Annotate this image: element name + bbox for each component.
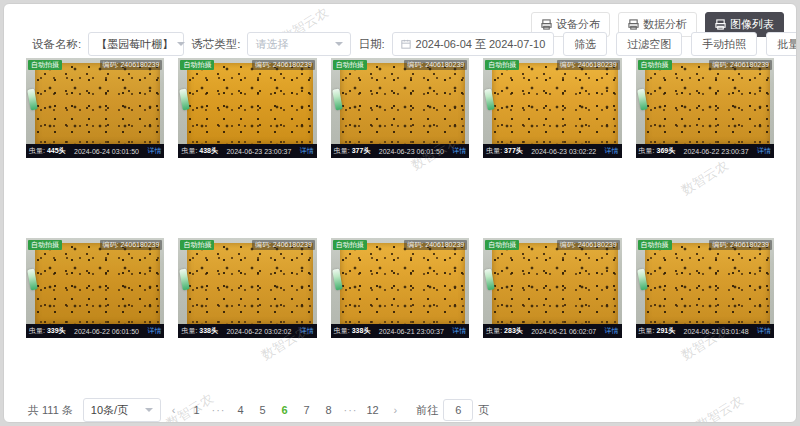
device-code-badge: 编码: 2406180239 bbox=[404, 60, 467, 70]
insect-count-value: 338头 bbox=[199, 327, 218, 334]
trap-image-card[interactable]: 自动拍摄 编码: 2406180239 虫量: 291头 2024-06-21 … bbox=[636, 238, 774, 338]
device-code-badge: 编码: 2406180239 bbox=[252, 240, 315, 250]
page-number[interactable]: ··· bbox=[209, 401, 229, 419]
detail-link[interactable]: 详情 bbox=[452, 326, 466, 336]
manual-capture-button[interactable]: 手动拍照 bbox=[691, 32, 757, 56]
page-size-value: 10条/页 bbox=[91, 403, 128, 418]
trap-photo[interactable]: 自动拍摄 编码: 2406180239 bbox=[483, 58, 621, 144]
view-button-label: 设备分布 bbox=[556, 17, 600, 32]
insect-count-label: 虫量: bbox=[181, 327, 197, 334]
auto-capture-badge: 自动拍摄 bbox=[638, 60, 672, 70]
chevron-down-icon bbox=[177, 42, 185, 46]
device-select[interactable]: 【墨园莓叶棚】 bbox=[88, 32, 184, 56]
card-caption: 虫量: 338头 2024-06-22 03:02:02 详情 bbox=[178, 324, 316, 338]
date-label: 日期: bbox=[358, 37, 384, 52]
device-code-badge: 编码: 2406180239 bbox=[709, 60, 772, 70]
insect-count: 虫量: 445头 bbox=[29, 146, 66, 156]
sticky-board bbox=[645, 63, 770, 144]
page-number[interactable]: 6 bbox=[275, 401, 295, 419]
trap-image-card[interactable]: 自动拍摄 编码: 2406180239 虫量: 377头 2024-06-23 … bbox=[483, 58, 621, 158]
sticky-board bbox=[340, 63, 465, 144]
auto-capture-badge: 自动拍摄 bbox=[180, 60, 214, 70]
sticky-board bbox=[492, 63, 617, 144]
trap-photo[interactable]: 自动拍摄 编码: 2406180239 bbox=[636, 58, 774, 144]
trap-photo[interactable]: 自动拍摄 编码: 2406180239 bbox=[178, 238, 316, 324]
prev-page-button[interactable]: ‹ bbox=[167, 404, 181, 416]
trap-image-card[interactable]: 自动拍摄 编码: 2406180239 虫量: 377头 2024-06-23 … bbox=[331, 58, 469, 158]
device-code-badge: 编码: 2406180239 bbox=[252, 60, 315, 70]
capture-time: 2024-06-23 23:00:37 bbox=[226, 148, 291, 155]
card-caption: 虫量: 369头 2024-06-22 23:00:37 详情 bbox=[636, 144, 774, 158]
insect-count-value: 283头 bbox=[504, 327, 523, 334]
detail-link[interactable]: 详情 bbox=[452, 146, 466, 156]
trap-image-card[interactable]: 自动拍摄 编码: 2406180239 虫量: 339头 2024-06-22 … bbox=[26, 238, 164, 338]
batch-recognize-button[interactable]: 批量识别 bbox=[766, 32, 797, 56]
page-number[interactable]: ··· bbox=[341, 401, 361, 419]
calendar-icon bbox=[401, 39, 411, 49]
detail-link[interactable]: 详情 bbox=[757, 326, 771, 336]
page-number[interactable]: 4 bbox=[231, 401, 251, 419]
capture-time: 2024-06-22 03:02:02 bbox=[226, 328, 291, 335]
lure-select[interactable]: 请选择 bbox=[247, 32, 351, 56]
main-panel: 数智云农 数智云农 数智云农 数智云农 数智云农 数智云农 数智云农 设备分布 … bbox=[3, 3, 797, 423]
image-grid: 自动拍摄 编码: 2406180239 虫量: 445头 2024-06-24 … bbox=[26, 58, 774, 338]
detail-link[interactable]: 详情 bbox=[605, 146, 619, 156]
sticky-board bbox=[35, 63, 160, 144]
pagination: 共 111 条 10条/页 ‹ 1 ··· 4 5 6 7 8 ··· bbox=[28, 398, 796, 422]
trap-image-card[interactable]: 自动拍摄 编码: 2406180239 虫量: 438头 2024-06-23 … bbox=[178, 58, 316, 158]
trap-photo[interactable]: 自动拍摄 编码: 2406180239 bbox=[178, 58, 316, 144]
auto-capture-badge: 自动拍摄 bbox=[333, 240, 367, 250]
insect-count-value: 338头 bbox=[352, 327, 371, 334]
capture-time: 2024-06-22 06:01:50 bbox=[74, 328, 139, 335]
detail-link[interactable]: 详情 bbox=[300, 146, 314, 156]
insect-count: 虫量: 369头 bbox=[639, 146, 676, 156]
detail-link[interactable]: 详情 bbox=[605, 326, 619, 336]
detail-link[interactable]: 详情 bbox=[147, 326, 161, 336]
trap-photo[interactable]: 自动拍摄 编码: 2406180239 bbox=[26, 238, 164, 324]
insect-count-label: 虫量: bbox=[486, 327, 502, 334]
jump-page-input[interactable] bbox=[443, 399, 473, 421]
lure-type-label: 诱芯类型: bbox=[191, 37, 240, 52]
filter-bar: 设备名称: 【墨园莓叶棚】 诱芯类型: 请选择 日期: 2024-06-04 至… bbox=[32, 32, 797, 56]
detail-link[interactable]: 详情 bbox=[147, 146, 161, 156]
trap-photo[interactable]: 自动拍摄 编码: 2406180239 bbox=[636, 238, 774, 324]
trap-photo[interactable]: 自动拍摄 编码: 2406180239 bbox=[331, 238, 469, 324]
trap-image-card[interactable]: 自动拍摄 编码: 2406180239 虫量: 445头 2024-06-24 … bbox=[26, 58, 164, 158]
insect-count: 虫量: 338头 bbox=[334, 326, 371, 336]
page-jump: 前往 页 bbox=[416, 399, 489, 421]
card-caption: 虫量: 339头 2024-06-22 06:01:50 详情 bbox=[26, 324, 164, 338]
filter-button[interactable]: 筛选 bbox=[563, 32, 607, 56]
page-size-select[interactable]: 10条/页 bbox=[83, 398, 161, 422]
trap-photo[interactable]: 自动拍摄 编码: 2406180239 bbox=[483, 238, 621, 324]
trap-image-card[interactable]: 自动拍摄 编码: 2406180239 虫量: 338头 2024-06-22 … bbox=[178, 238, 316, 338]
date-range-input[interactable]: 2024-06-04 至 2024-07-10 bbox=[392, 32, 555, 56]
insect-count: 虫量: 377头 bbox=[334, 146, 371, 156]
auto-capture-badge: 自动拍摄 bbox=[28, 240, 62, 250]
trap-image-card[interactable]: 自动拍摄 编码: 2406180239 虫量: 283头 2024-06-21 … bbox=[483, 238, 621, 338]
trap-photo[interactable]: 自动拍摄 编码: 2406180239 bbox=[331, 58, 469, 144]
insect-count-label: 虫量: bbox=[486, 147, 502, 154]
trap-image-card[interactable]: 自动拍摄 编码: 2406180239 虫量: 338头 2024-06-21 … bbox=[331, 238, 469, 338]
trap-image-card[interactable]: 自动拍摄 编码: 2406180239 虫量: 369头 2024-06-22 … bbox=[636, 58, 774, 158]
insect-count-value: 377头 bbox=[352, 147, 371, 154]
sticky-board bbox=[492, 243, 617, 324]
card-caption: 虫量: 438头 2024-06-23 23:00:37 详情 bbox=[178, 144, 316, 158]
device-select-value: 【墨园莓叶棚】 bbox=[96, 37, 173, 52]
insect-count-label: 虫量: bbox=[181, 147, 197, 154]
page-number[interactable]: 5 bbox=[253, 401, 273, 419]
device-name-label: 设备名称: bbox=[32, 37, 81, 52]
next-page-button[interactable]: › bbox=[389, 404, 403, 416]
capture-time: 2024-06-22 23:00:37 bbox=[684, 148, 749, 155]
page-number[interactable]: 1 bbox=[187, 401, 207, 419]
page-number[interactable]: 8 bbox=[319, 401, 339, 419]
trap-photo[interactable]: 自动拍摄 编码: 2406180239 bbox=[26, 58, 164, 144]
insect-count: 虫量: 283头 bbox=[486, 326, 523, 336]
insect-count-value: 445头 bbox=[47, 147, 66, 154]
page-number[interactable]: 12 bbox=[363, 401, 383, 419]
detail-link[interactable]: 详情 bbox=[300, 326, 314, 336]
insect-count-label: 虫量: bbox=[334, 327, 350, 334]
page-number[interactable]: 7 bbox=[297, 401, 317, 419]
filter-empty-button[interactable]: 过滤空图 bbox=[616, 32, 682, 56]
detail-link[interactable]: 详情 bbox=[757, 146, 771, 156]
auto-capture-badge: 自动拍摄 bbox=[28, 60, 62, 70]
